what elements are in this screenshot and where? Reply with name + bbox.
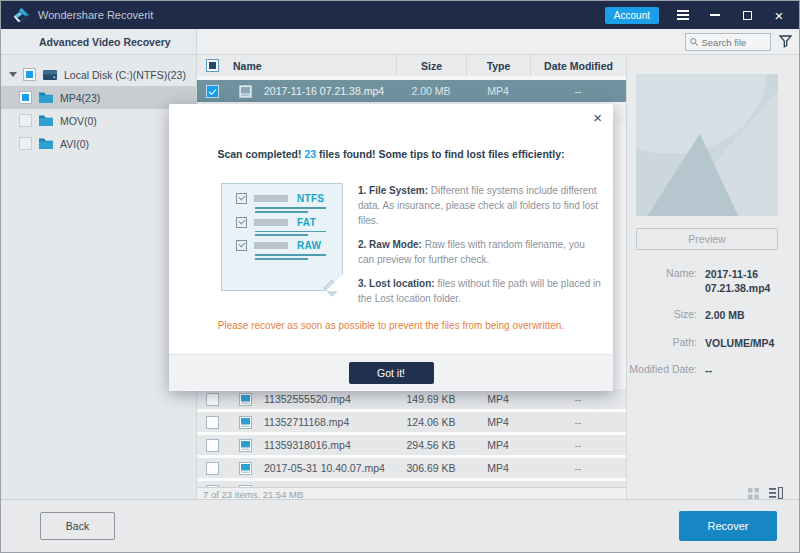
close-icon[interactable]: × (771, 7, 787, 23)
back-button[interactable]: Back (40, 512, 115, 540)
preview-thumbnail (636, 74, 778, 216)
minimize-icon[interactable] (707, 7, 723, 23)
mov-checkbox[interactable] (19, 114, 32, 127)
footer-bar: Back Recover (1, 499, 799, 552)
tree-item-mov[interactable]: MOV(0) (1, 109, 196, 132)
table-row[interactable]: 11352711168.mp4 124.06 KB MP4 -- (197, 412, 626, 432)
recover-warning-text: Please recover as soon as possible to pr… (169, 320, 613, 331)
file-size: 124.06 KB (396, 412, 466, 432)
file-name: 11359318016.mp4 (264, 439, 351, 451)
tree-item-avi[interactable]: AVI(0) (1, 132, 196, 155)
dialog-title: Scan completed! 23 files found! Some tip… (169, 148, 613, 160)
tip-raw-mode: 2. Raw Mode: Raw files with random filen… (358, 237, 601, 267)
titlebar: Wondershare Recoverit Account × (1, 1, 799, 29)
file-date-modified: -- (530, 412, 626, 432)
fs-label-ntfs: NTFS (297, 193, 324, 204)
detail-value-size: 2.00 MB (705, 308, 793, 322)
tree-item-mp4[interactable]: MP4(23) (1, 86, 196, 109)
file-type: MP4 (466, 412, 530, 432)
column-header-date-modified[interactable]: Date Modified (530, 55, 626, 76)
preview-button[interactable]: Preview (636, 228, 778, 250)
app-title: Wondershare Recoverit (38, 9, 153, 21)
file-name: 11352555520.mp4 (264, 393, 351, 405)
file-type: MP4 (466, 80, 530, 102)
grid-view-icon[interactable] (748, 488, 759, 499)
detail-label-modified-date: Modified Date: (627, 363, 705, 377)
file-date-modified: -- (530, 80, 626, 102)
drive-icon (42, 68, 58, 82)
detail-label-name: Name: (627, 267, 705, 295)
tree-item-label: AVI(0) (60, 138, 89, 150)
tree-item-local-disk[interactable]: Local Disk (C:)(NTFS)(23) (1, 63, 196, 86)
file-list: 11352555520.mp4 149.69 KB MP4 -- 1135271… (197, 389, 626, 487)
column-header-name[interactable]: Name (227, 55, 396, 76)
table-row[interactable]: 11352555520.mp4 149.69 KB MP4 -- (197, 389, 626, 409)
fs-label-fat: FAT (297, 217, 316, 228)
avi-checkbox[interactable] (19, 137, 32, 150)
fs-label-raw: RAW (297, 240, 321, 251)
preview-panel: Preview Name: 2017-11-16 07.21.38.mp4 Si… (626, 55, 799, 499)
row-checkbox[interactable] (206, 393, 219, 406)
video-file-icon (239, 416, 252, 429)
select-all-checkbox[interactable] (206, 59, 219, 72)
row-checkbox[interactable] (206, 416, 219, 429)
expand-caret-icon[interactable] (9, 72, 17, 77)
file-type: MP4 (466, 458, 530, 478)
scan-complete-dialog: × Scan completed! 23 files found! Some t… (169, 104, 613, 391)
file-size: 2.00 MB (396, 80, 466, 102)
tip-lost-location: 3. Lost location: files without file pat… (358, 276, 601, 306)
row-checkbox[interactable] (206, 85, 219, 98)
file-date-modified: -- (530, 435, 626, 455)
file-name: 2017-11-16 07.21.38.mp4 (264, 85, 384, 97)
files-found-count: 23 (304, 148, 316, 160)
detail-label-path: Path: (627, 336, 705, 350)
account-button[interactable]: Account (605, 7, 659, 24)
file-type: MP4 (466, 389, 530, 409)
tip-file-system: 1. File System: Different file systems i… (358, 183, 601, 228)
checkmark-icon (236, 240, 247, 251)
video-file-icon (239, 393, 252, 406)
list-view-icon[interactable] (769, 487, 783, 499)
local-disk-checkbox[interactable] (23, 68, 36, 81)
hamburger-menu-icon[interactable] (675, 7, 691, 23)
table-row[interactable]: 2017-05-31 10.40.07.mp4 306.69 KB MP4 -- (197, 458, 626, 478)
toolbar (197, 29, 799, 55)
tree-item-label: MP4(23) (60, 92, 100, 104)
file-date-modified: -- (530, 458, 626, 478)
detail-value-path: VOLUME/MP4 (705, 336, 793, 350)
view-toggle (748, 487, 783, 499)
file-details: Name: 2017-11-16 07.21.38.mp4 Size: 2.00… (627, 267, 795, 390)
filter-icon[interactable] (779, 35, 792, 48)
column-header-type[interactable]: Type (466, 55, 530, 76)
table-header: Name Size Type Date Modified (197, 55, 626, 78)
file-size: 294.56 KB (396, 435, 466, 455)
checkmark-icon (236, 217, 247, 228)
app-logo-icon (13, 7, 30, 24)
search-icon (690, 37, 698, 47)
sidebar: Advanced Video Recovery Local Disk (C:)(… (1, 29, 197, 499)
table-row[interactable]: 11359318016.mp4 294.56 KB MP4 -- (197, 435, 626, 455)
mp4-checkbox[interactable] (19, 91, 32, 104)
row-checkbox[interactable] (206, 462, 219, 475)
column-header-size[interactable]: Size (396, 55, 466, 76)
search-box[interactable] (685, 33, 771, 51)
table-row-selected[interactable]: 2017-11-16 07.21.38.mp4 2.00 MB MP4 -- (197, 80, 626, 102)
file-date-modified: -- (530, 389, 626, 409)
maximize-icon[interactable] (739, 7, 755, 23)
folder-icon (38, 91, 54, 104)
detail-value-name: 2017-11-16 07.21.38.mp4 (705, 267, 793, 295)
search-input[interactable] (701, 37, 766, 48)
recover-button[interactable]: Recover (679, 511, 777, 541)
video-file-icon (239, 85, 252, 98)
dialog-close-icon[interactable]: × (593, 107, 602, 128)
sidebar-header: Advanced Video Recovery (1, 29, 196, 55)
file-systems-illustration: NTFS FAT RAW (221, 183, 343, 291)
row-checkbox[interactable] (206, 439, 219, 452)
got-it-button[interactable]: Got it! (349, 362, 434, 384)
folder-tree: Local Disk (C:)(NTFS)(23) MP4(23) MOV(0) (1, 55, 196, 155)
tree-item-label: MOV(0) (60, 115, 97, 127)
detail-label-size: Size: (627, 308, 705, 322)
video-file-icon (239, 439, 252, 452)
detail-value-modified-date: -- (705, 363, 793, 377)
app-window: Wondershare Recoverit Account × Advanced… (0, 0, 800, 553)
